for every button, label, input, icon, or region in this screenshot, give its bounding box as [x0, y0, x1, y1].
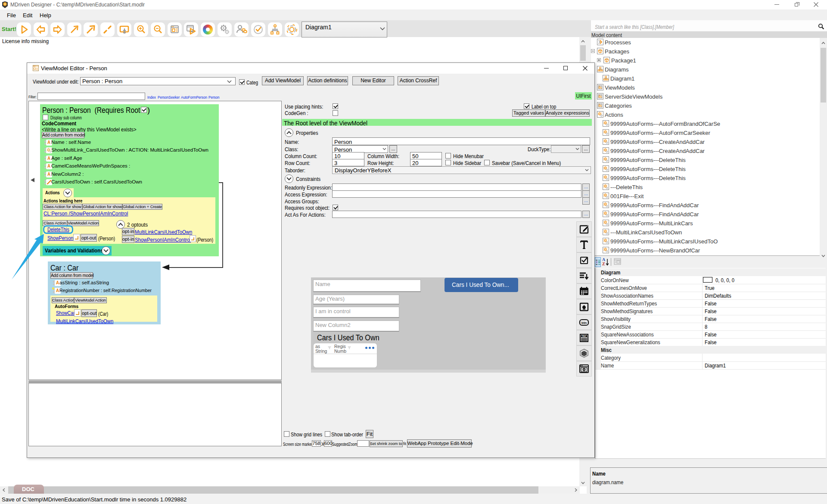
- svg-text:btn: btn: [581, 321, 587, 325]
- svg-text:list: list: [582, 335, 586, 337]
